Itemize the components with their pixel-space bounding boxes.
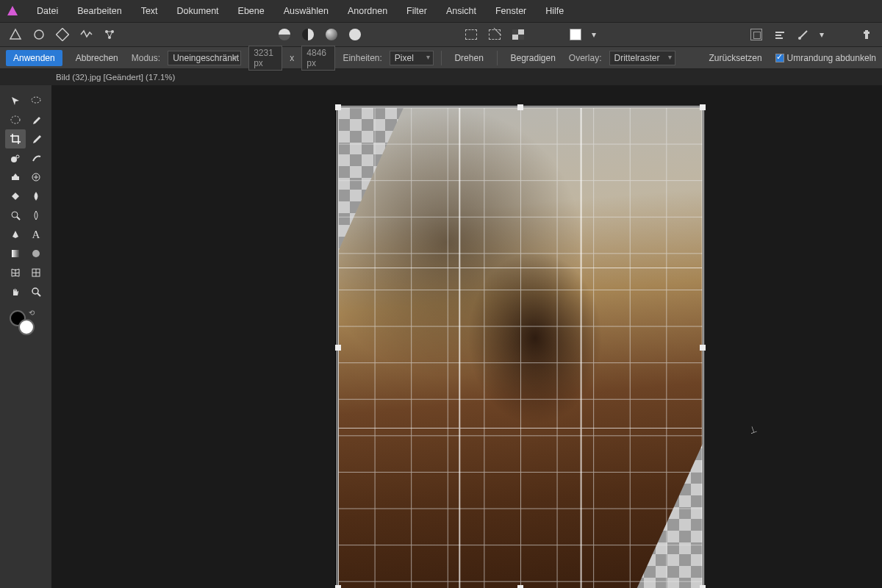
swatch-icon[interactable] bbox=[566, 25, 585, 44]
paint-brush-tool-icon[interactable] bbox=[26, 129, 46, 148]
crop-handle-t[interactable] bbox=[517, 104, 523, 110]
constraints-dropdown-icon[interactable]: ▾ bbox=[817, 25, 826, 44]
tone-linear-icon[interactable] bbox=[275, 25, 294, 44]
perspective-tool-icon[interactable] bbox=[26, 263, 46, 282]
crop-handle-br[interactable] bbox=[700, 585, 706, 588]
smudge-tool-icon[interactable] bbox=[26, 206, 46, 225]
marquee-ellipse-tool-icon[interactable] bbox=[5, 110, 26, 129]
color-picker-tool-icon[interactable] bbox=[26, 110, 46, 129]
select-strike-icon[interactable] bbox=[485, 25, 504, 44]
svg-point-14 bbox=[11, 116, 20, 123]
persona-tone-icon[interactable] bbox=[76, 25, 96, 44]
options-bar: Anwenden Abbrechen Modus: Uneingeschränk… bbox=[0, 47, 882, 69]
blur-tool-icon[interactable] bbox=[26, 187, 46, 206]
menu-fenster[interactable]: Fenster bbox=[487, 1, 535, 21]
crop-height-field[interactable]: 4846 px bbox=[301, 46, 335, 71]
crop-tool-icon[interactable] bbox=[5, 129, 26, 148]
shape-tool-icon[interactable] bbox=[26, 244, 46, 263]
view-hand-tool-icon[interactable] bbox=[5, 282, 26, 301]
menu-ansicht[interactable]: Ansicht bbox=[437, 1, 485, 21]
menu-hilfe[interactable]: Hilfe bbox=[537, 1, 573, 21]
persona-export-icon[interactable] bbox=[100, 25, 119, 44]
assistant-icon[interactable] bbox=[857, 25, 876, 44]
svg-point-13 bbox=[32, 97, 40, 103]
tone-hard-icon[interactable] bbox=[298, 25, 318, 44]
align-icon[interactable] bbox=[770, 25, 789, 44]
menu-bearbeiten[interactable]: Bearbeiten bbox=[68, 1, 130, 21]
apply-button[interactable]: Anwenden bbox=[6, 50, 62, 66]
document-tab-bar: Bild (32).jpg [Geändert] (17.1%) bbox=[0, 69, 882, 85]
snap-icon[interactable] bbox=[747, 25, 766, 44]
svg-rect-20 bbox=[12, 250, 19, 257]
svg-rect-11 bbox=[865, 30, 868, 39]
swatch-dropdown-icon[interactable]: ▾ bbox=[589, 25, 598, 44]
svg-point-19 bbox=[12, 212, 18, 218]
select-rect-icon[interactable] bbox=[462, 25, 481, 44]
text-tool-icon[interactable]: A bbox=[26, 225, 46, 244]
svg-point-23 bbox=[32, 288, 38, 294]
app-logo-icon bbox=[6, 4, 19, 18]
healing-tool-icon[interactable] bbox=[26, 168, 46, 187]
flood-fill-tool-icon[interactable] bbox=[5, 187, 26, 206]
persona-liquify-icon[interactable] bbox=[29, 25, 49, 44]
x-separator: x bbox=[290, 53, 294, 63]
tools-panel: A ⟲ bbox=[0, 85, 51, 588]
select-toggle-icon[interactable] bbox=[509, 25, 528, 44]
crop-handle-b[interactable] bbox=[517, 585, 523, 588]
mesh-warp-tool-icon[interactable] bbox=[5, 263, 26, 282]
freehand-select-tool-icon[interactable] bbox=[26, 91, 46, 110]
menu-dokument[interactable]: Dokument bbox=[168, 1, 228, 21]
menu-auswaehlen[interactable]: Auswählen bbox=[275, 1, 337, 21]
crop-handle-l[interactable] bbox=[335, 345, 341, 351]
menubar: Datei Bearbeiten Text Dokument Ebene Aus… bbox=[0, 0, 882, 22]
straighten-button[interactable]: Begradigen bbox=[504, 50, 561, 66]
zoom-tool-icon[interactable] bbox=[26, 282, 46, 301]
document-crop-frame[interactable] bbox=[338, 107, 703, 588]
main-area: A ⟲ ⟂ bbox=[0, 85, 882, 588]
crop-handle-r[interactable] bbox=[700, 345, 706, 351]
reset-button[interactable]: Zurücksetzen bbox=[703, 50, 768, 66]
svg-rect-7 bbox=[775, 32, 784, 33]
svg-point-15 bbox=[11, 157, 17, 162]
mode-select[interactable]: Uneingeschränkt bbox=[168, 51, 241, 65]
persona-photo-icon[interactable] bbox=[6, 25, 25, 44]
menu-anordnen[interactable]: Anordnen bbox=[339, 1, 396, 21]
dodge-tool-icon[interactable] bbox=[5, 206, 26, 225]
crop-handle-tr[interactable] bbox=[700, 104, 706, 110]
svg-point-2 bbox=[35, 30, 43, 39]
menu-text[interactable]: Text bbox=[132, 1, 167, 21]
menu-ebene[interactable]: Ebene bbox=[229, 1, 273, 21]
document-image bbox=[338, 107, 703, 588]
units-select[interactable]: Pixel bbox=[390, 51, 434, 65]
menu-filter[interactable]: Filter bbox=[398, 1, 436, 21]
document-tab[interactable]: Bild (32).jpg [Geändert] (17.1%) bbox=[56, 73, 175, 82]
inpaint-tool-icon[interactable] bbox=[5, 168, 26, 187]
tone-radial-icon[interactable] bbox=[322, 25, 341, 44]
overlay-select[interactable]: Drittelraster bbox=[609, 51, 675, 65]
separator bbox=[441, 51, 442, 65]
crop-handle-bl[interactable] bbox=[335, 585, 341, 588]
constraints-icon[interactable] bbox=[794, 25, 813, 44]
color-wells[interactable]: ⟲ bbox=[5, 309, 46, 338]
tone-solid-icon[interactable] bbox=[345, 25, 365, 44]
crop-width-field[interactable]: 3231 px bbox=[248, 46, 282, 71]
canvas[interactable]: ⟂ bbox=[51, 85, 882, 588]
move-tool-icon[interactable] bbox=[5, 91, 26, 110]
crop-handle-tl[interactable] bbox=[335, 104, 341, 110]
svg-point-10 bbox=[798, 37, 801, 40]
toolbar: ▾ ▾ bbox=[0, 22, 882, 47]
svg-rect-3 bbox=[57, 29, 69, 41]
pen-tool-icon[interactable] bbox=[5, 225, 26, 244]
clone-tool-icon[interactable] bbox=[5, 148, 26, 168]
menu-datei[interactable]: Datei bbox=[28, 1, 67, 21]
gradient-tool-icon[interactable] bbox=[5, 244, 26, 263]
darken-border-checkbox[interactable]: Umrandung abdunkeln bbox=[775, 53, 876, 63]
svg-rect-12 bbox=[864, 32, 870, 34]
cancel-button[interactable]: Abbrechen bbox=[70, 50, 124, 66]
svg-marker-1 bbox=[10, 29, 21, 39]
rotate-button[interactable]: Drehen bbox=[448, 50, 489, 66]
foreground-color-well[interactable] bbox=[18, 319, 35, 335]
swap-colors-icon[interactable]: ⟲ bbox=[29, 309, 35, 317]
persona-develop-icon[interactable] bbox=[53, 25, 72, 44]
paint-mixer-tool-icon[interactable] bbox=[26, 148, 46, 168]
